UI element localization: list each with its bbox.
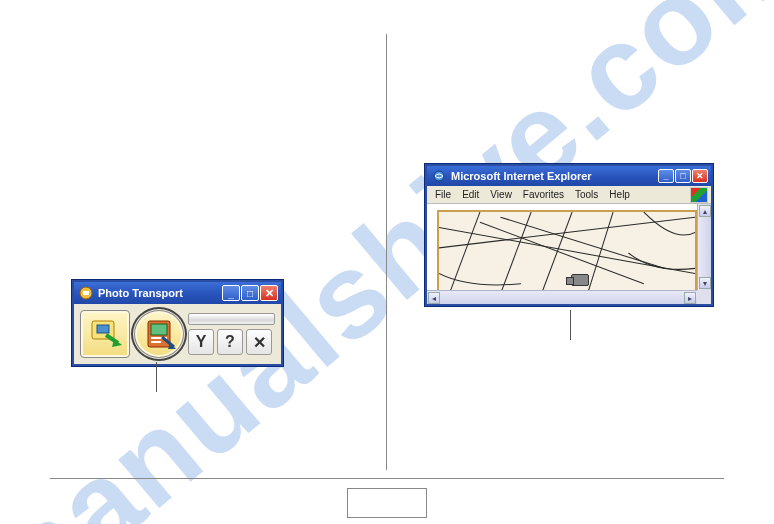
menu-file[interactable]: File [435,189,451,200]
menubar: File Edit View Favorites Tools Help [427,186,711,204]
settings-button[interactable]: Y [188,329,214,355]
page-number-box [347,488,427,518]
menu-edit[interactable]: Edit [462,189,479,200]
scrollbar-vertical[interactable]: ▴ ▾ [697,204,711,290]
close-button[interactable]: ✕ [692,169,708,183]
window-title: Photo Transport [98,287,217,299]
callout-line [156,362,157,392]
ie-app-icon [432,169,446,183]
menu-tools[interactable]: Tools [575,189,598,200]
transfer-icon [88,317,122,351]
scroll-up-button[interactable]: ▴ [699,205,711,217]
capture-icon [142,317,176,351]
map-image[interactable] [437,210,697,296]
maximize-button[interactable]: □ [675,169,691,183]
svg-rect-3 [97,325,109,333]
scroll-left-button[interactable]: ◂ [428,292,440,304]
close-tool-button[interactable]: ✕ [246,329,272,355]
minimize-button[interactable]: _ [658,169,674,183]
menu-view[interactable]: View [490,189,512,200]
menu-help[interactable]: Help [609,189,630,200]
titlebar[interactable]: Microsoft Internet Explorer _ □ ✕ [427,166,711,186]
help-button[interactable]: ? [217,329,243,355]
footer-rule [50,478,724,479]
svg-rect-1 [83,291,89,295]
scroll-down-button[interactable]: ▾ [699,277,711,289]
menu-favorites[interactable]: Favorites [523,189,564,200]
minimize-button[interactable]: _ [222,285,240,301]
titlebar[interactable]: Photo Transport _ □ ✕ [74,282,281,304]
scroll-corner [697,290,711,304]
svg-rect-8 [151,341,161,343]
capture-button[interactable] [134,310,184,358]
scroll-right-button[interactable]: ▸ [684,292,696,304]
windows-flag-icon [690,187,708,203]
ie-window: Microsoft Internet Explorer _ □ ✕ File E… [425,164,713,306]
toolbar: Y ? ✕ [74,304,281,364]
window-title: Microsoft Internet Explorer [451,170,653,182]
camera-marker-icon[interactable] [571,274,589,286]
callout-line [570,310,571,340]
close-button[interactable]: ✕ [260,285,278,301]
transfer-button[interactable] [80,310,130,358]
maximize-button[interactable]: □ [241,285,259,301]
content-area: ▴ ▾ ◂ ▸ [427,204,711,304]
progress-bar [188,313,275,325]
photo-transport-app-icon [79,286,93,300]
photo-transport-window: Photo Transport _ □ ✕ [72,280,283,366]
scrollbar-horizontal[interactable]: ◂ ▸ [427,290,697,304]
svg-rect-6 [151,324,167,335]
column-divider [386,34,387,470]
